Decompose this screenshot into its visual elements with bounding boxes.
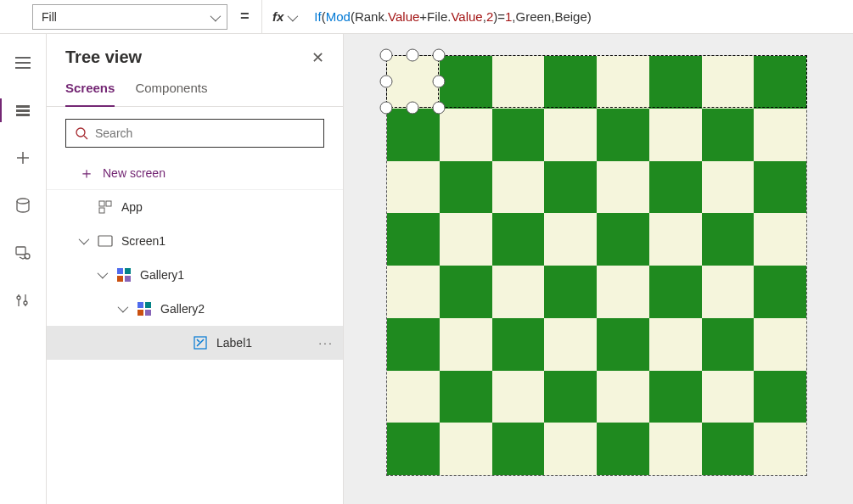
board-cell: [544, 318, 597, 371]
board-cell: [492, 371, 545, 423]
property-selected-label: Fill: [42, 10, 57, 24]
svg-rect-2: [16, 114, 30, 116]
tree-node-screen1[interactable]: Screen1: [47, 224, 343, 258]
svg-rect-16: [125, 276, 131, 282]
search-field[interactable]: [95, 126, 315, 140]
board-cell: [597, 56, 649, 109]
svg-rect-1: [16, 109, 30, 112]
svg-rect-15: [117, 276, 123, 282]
resize-handle[interactable]: [433, 102, 446, 115]
tools-icon[interactable]: [6, 288, 40, 312]
board-cell: [440, 423, 492, 475]
board-cell: [702, 56, 755, 109]
chevron-icon[interactable]: [118, 305, 128, 314]
canvas[interactable]: [344, 34, 853, 504]
tree-node-app[interactable]: App: [47, 190, 343, 224]
resize-handle[interactable]: [407, 102, 419, 115]
tree-node-gallery2[interactable]: Gallery2: [47, 292, 343, 326]
board-cell: [492, 109, 545, 161]
tree-node-label: Gallery2: [160, 302, 343, 316]
screen-icon: [98, 235, 113, 247]
search-icon: [75, 126, 88, 140]
svg-rect-14: [125, 268, 131, 274]
board-cell: [387, 213, 440, 266]
close-icon[interactable]: ✕: [311, 48, 324, 67]
board-cell: [754, 371, 806, 423]
tree-node-label1[interactable]: Label1···: [47, 326, 343, 360]
board-cell: [754, 318, 806, 371]
equals-sign: =: [227, 8, 261, 25]
board-cell: [649, 423, 702, 475]
svg-point-6: [17, 296, 20, 300]
resize-handle[interactable]: [433, 49, 446, 62]
board-cell: [544, 213, 597, 266]
board-cell: [754, 161, 806, 214]
board-cell: [440, 213, 492, 266]
resize-handle[interactable]: [380, 76, 393, 88]
resize-handle[interactable]: [380, 102, 393, 115]
tree-view-panel: Tree view ✕ Screens Components ＋ New scr…: [47, 34, 344, 504]
tree-node-gallery1[interactable]: Gallery1: [47, 258, 343, 292]
new-screen-button[interactable]: ＋ New screen: [47, 156, 343, 190]
svg-rect-17: [137, 302, 143, 308]
board-cell: [649, 371, 702, 423]
board-cell: [702, 213, 755, 266]
board-cell: [492, 161, 545, 214]
board-cell: [754, 266, 806, 318]
tree-view-icon[interactable]: [6, 98, 40, 122]
fx-icon: fx: [272, 9, 283, 24]
board-cell: [702, 371, 755, 423]
board-cell: [597, 371, 649, 423]
more-icon[interactable]: ···: [309, 336, 343, 350]
board-cell: [387, 109, 440, 161]
board-cell: [544, 371, 597, 423]
tab-screens[interactable]: Screens: [65, 74, 115, 107]
search-input[interactable]: [65, 119, 324, 148]
board-cell: [440, 56, 492, 109]
board-cell: [754, 213, 806, 266]
chevron-icon[interactable]: [98, 271, 108, 280]
board-cell: [440, 109, 492, 161]
formula-input[interactable]: If( Mod( Rank.Value + File.Value, 2 ) = …: [306, 0, 853, 33]
resize-handle[interactable]: [407, 49, 419, 62]
svg-rect-10: [106, 201, 111, 206]
chevron-icon[interactable]: [79, 237, 89, 246]
board-cell: [544, 109, 597, 161]
board-cell: [492, 423, 545, 475]
board-cell: [440, 371, 492, 423]
board-cell: [754, 56, 806, 109]
board-cell: [544, 423, 597, 475]
svg-rect-20: [145, 310, 151, 316]
insert-icon[interactable]: [6, 146, 40, 170]
board-cell: [702, 266, 755, 318]
new-screen-label: New screen: [103, 166, 343, 180]
board-cell: [649, 161, 702, 214]
svg-rect-19: [137, 310, 143, 316]
main-area: Tree view ✕ Screens Components ＋ New scr…: [0, 34, 853, 504]
fx-button[interactable]: fx: [261, 0, 306, 33]
board-cell: [492, 56, 545, 109]
property-dropdown[interactable]: Fill: [32, 4, 227, 30]
board-cell: [649, 318, 702, 371]
svg-rect-0: [16, 105, 30, 108]
tree-node-label: App: [121, 200, 343, 214]
svg-rect-18: [145, 302, 151, 308]
board-cell: [387, 371, 440, 423]
board-cell: [702, 109, 755, 161]
svg-point-8: [76, 128, 85, 137]
resize-handle[interactable]: [433, 76, 446, 88]
board-cell: [649, 213, 702, 266]
media-icon[interactable]: [6, 241, 40, 265]
board-cell: [387, 56, 440, 109]
tab-components[interactable]: Components: [135, 74, 207, 106]
board-cell: [702, 161, 755, 214]
board-cell: [649, 56, 702, 109]
resize-handle[interactable]: [380, 49, 393, 62]
data-icon[interactable]: [6, 193, 40, 217]
board-cell: [597, 318, 649, 371]
hamburger-icon[interactable]: [6, 51, 40, 75]
board-cell: [387, 161, 440, 214]
formula-bar: Fill = fx If( Mod( Rank.Value + File.Val…: [0, 0, 853, 34]
board-cell: [544, 161, 597, 214]
svg-rect-12: [98, 236, 112, 246]
